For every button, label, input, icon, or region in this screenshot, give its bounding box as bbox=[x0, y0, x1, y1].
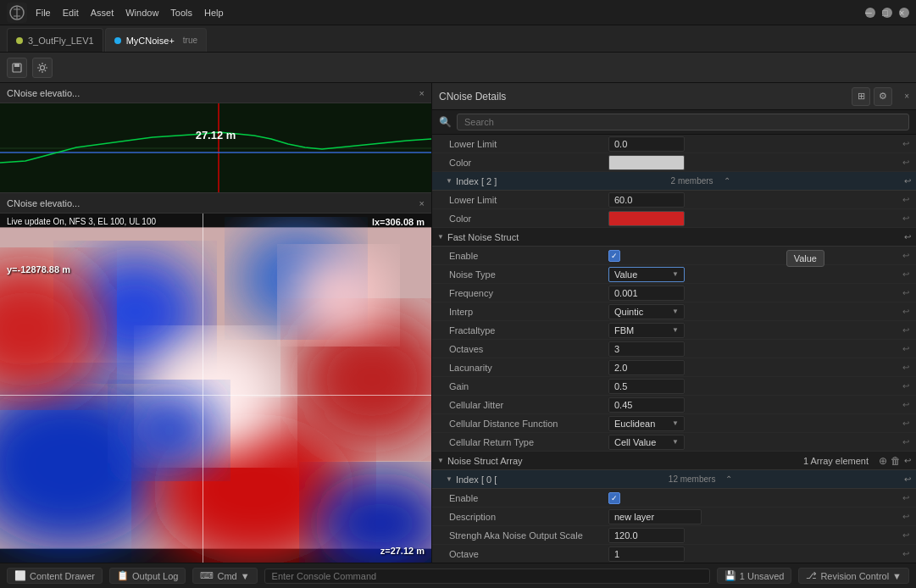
prop-color-prev[interactable] bbox=[608, 155, 685, 170]
prop-dropdown-noise-type[interactable]: Value ▼ bbox=[608, 267, 685, 282]
prop-reset-cell-return-type[interactable]: ↩ bbox=[902, 437, 909, 447]
prop-reset-gain[interactable]: ↩ bbox=[902, 381, 909, 391]
search-input[interactable] bbox=[457, 114, 909, 130]
index2-expand[interactable]: ⌃ bbox=[724, 176, 730, 186]
prop-reset-color-prev[interactable]: ↩ bbox=[902, 158, 909, 167]
prop-reset-color-2[interactable]: ↩ bbox=[902, 214, 909, 223]
maximize-button[interactable]: □ bbox=[882, 8, 892, 18]
svg-point-16 bbox=[287, 252, 389, 337]
prop-label-noise-type: Noise Type bbox=[449, 269, 602, 280]
details-close-btn[interactable]: × bbox=[904, 92, 909, 101]
prop-reset-octaves[interactable]: ↩ bbox=[902, 344, 909, 353]
app-logo bbox=[7, 3, 27, 23]
prop-reset-noise-type[interactable]: ↩ bbox=[902, 269, 909, 279]
prop-reset-description[interactable]: ↩ bbox=[902, 512, 909, 521]
prop-reset-strength[interactable]: ↩ bbox=[902, 530, 909, 540]
revision-arrow: ▼ bbox=[892, 571, 902, 581]
output-log-btn[interactable]: 📋 Output Log bbox=[109, 568, 186, 584]
prop-reset-cellular-jitter[interactable]: ↩ bbox=[902, 400, 909, 409]
noise-array-reset[interactable]: ↩ bbox=[904, 456, 911, 465]
search-icon: 🔍 bbox=[439, 116, 452, 128]
noise-close-btn[interactable]: × bbox=[419, 198, 425, 208]
index0-reset[interactable]: ↩ bbox=[904, 474, 911, 484]
prop-label-cellular-jitter: Cellular Jitter bbox=[449, 400, 602, 410]
prop-dropdown-fractaltype[interactable]: FBM ▼ bbox=[608, 323, 685, 338]
menu-help[interactable]: Help bbox=[204, 8, 224, 18]
prop-dropdown-interp[interactable]: Quintic ▼ bbox=[608, 304, 685, 319]
tab-dot-3outfly bbox=[16, 37, 23, 44]
index2-reset[interactable]: ↩ bbox=[904, 176, 911, 186]
prop-row-lower-limit-2: Lower Limit ↩ bbox=[432, 191, 916, 209]
prop-reset-cell-dist-func[interactable]: ↩ bbox=[902, 419, 909, 428]
prop-input-frequency[interactable] bbox=[608, 286, 685, 301]
window-controls: ─ □ × bbox=[865, 8, 909, 18]
fast-noise-struct-header[interactable]: ▼ Fast Noise Struct ↩ bbox=[432, 228, 916, 247]
tab-3outfly[interactable]: 3_OutFly_LEV1 bbox=[7, 28, 103, 52]
chart-close-btn[interactable]: × bbox=[419, 88, 425, 98]
prop-input-lower-limit-prev[interactable] bbox=[608, 136, 685, 152]
prop-input-octave[interactable] bbox=[608, 546, 685, 562]
prop-input-lacunarity[interactable] bbox=[608, 360, 685, 375]
prop-reset-enable-0[interactable]: ↩ bbox=[902, 493, 909, 502]
index0-header[interactable]: ▼ Index [ 0 [ 12 members ⌃ ↩ bbox=[432, 470, 916, 489]
prop-row-cellular-jitter: Cellular Jitter ↩ bbox=[432, 396, 916, 414]
prop-checkbox-enable-0[interactable]: ✓ bbox=[608, 492, 620, 504]
index2-header[interactable]: ▼ Index [ 2 ] 2 members ⌃ ↩ bbox=[432, 172, 916, 191]
header-icons: ⊞ ⚙ bbox=[852, 87, 892, 106]
prop-checkbox-enable[interactable]: ✓ bbox=[608, 250, 620, 262]
prop-value-description bbox=[608, 509, 896, 524]
cmd-label: Cmd bbox=[217, 571, 236, 581]
prop-dropdown-cell-return-type[interactable]: Cell Value ▼ bbox=[608, 435, 685, 450]
tab-close-mycnoise[interactable]: true bbox=[183, 36, 197, 45]
index0-label: Index [ 0 [ bbox=[456, 474, 497, 485]
prop-reset-interp[interactable]: ↩ bbox=[902, 307, 909, 316]
prop-row-gain: Gain ↩ bbox=[432, 377, 916, 396]
cmd-btn[interactable]: ⌨ Cmd ▼ bbox=[192, 568, 257, 584]
prop-reset-lower-limit-prev[interactable]: ↩ bbox=[902, 139, 909, 148]
prop-row-octaves: Octaves ↩ bbox=[432, 340, 916, 358]
prop-input-strength[interactable] bbox=[608, 528, 685, 543]
menu-asset[interactable]: Asset bbox=[91, 8, 114, 18]
prop-input-description[interactable] bbox=[608, 509, 702, 524]
noise-info-topleft: Live update On, NFS 3, EL 100, UL 100 bbox=[7, 217, 156, 226]
prop-input-lower-limit-2[interactable] bbox=[608, 192, 685, 208]
prop-input-cellular-jitter[interactable] bbox=[608, 397, 685, 413]
unsaved-btn[interactable]: 💾 1 Unsaved bbox=[717, 568, 792, 584]
index0-expand[interactable]: ⌃ bbox=[725, 474, 732, 484]
content-drawer-label: Content Drawer bbox=[30, 571, 95, 581]
prop-input-gain[interactable] bbox=[608, 379, 685, 394]
menu-edit[interactable]: Edit bbox=[63, 8, 79, 18]
noise-panel: CNoise elevatio... × bbox=[0, 193, 431, 563]
prop-dropdown-cell-dist-func[interactable]: Euclidean ▼ bbox=[608, 416, 685, 431]
fast-noise-reset[interactable]: ↩ bbox=[904, 232, 911, 241]
cell-dist-func-arrow: ▼ bbox=[672, 419, 679, 427]
menu-tools[interactable]: Tools bbox=[170, 8, 192, 18]
console-input[interactable] bbox=[264, 569, 710, 584]
settings-btn[interactable]: ⚙ bbox=[874, 87, 892, 106]
prop-input-octaves[interactable] bbox=[608, 341, 685, 357]
menu-file[interactable]: File bbox=[36, 8, 51, 18]
toolbar-settings-btn[interactable] bbox=[32, 58, 53, 78]
layout-btn[interactable]: ⊞ bbox=[852, 87, 870, 106]
prop-reset-octave[interactable]: ↩ bbox=[902, 549, 909, 558]
prop-label-color-2: Color bbox=[449, 214, 602, 224]
minimize-button[interactable]: ─ bbox=[865, 8, 875, 18]
prop-color-2[interactable] bbox=[608, 211, 685, 226]
menu-bar: File Edit Asset Window Tools Help bbox=[36, 8, 224, 18]
prop-row-octave: Octave ↩ bbox=[432, 545, 916, 563]
prop-label-frequency: Frequency bbox=[449, 288, 602, 298]
prop-reset-enable[interactable]: ↩ bbox=[902, 251, 909, 260]
close-button[interactable]: × bbox=[899, 8, 909, 18]
prop-reset-lacunarity[interactable]: ↩ bbox=[902, 363, 909, 372]
revision-control-btn[interactable]: ⎇ Revision Control ▼ bbox=[798, 568, 909, 584]
prop-reset-frequency[interactable]: ↩ bbox=[902, 288, 909, 297]
toolbar-save-btn[interactable] bbox=[7, 58, 27, 78]
content-drawer-btn[interactable]: ⬜ Content Drawer bbox=[7, 568, 103, 584]
prop-reset-lower-limit-2[interactable]: ↩ bbox=[902, 195, 909, 204]
array-delete-btn[interactable]: 🗑 bbox=[891, 455, 901, 467]
prop-value-lower-limit-prev bbox=[608, 136, 896, 152]
array-add-btn[interactable]: ⊕ bbox=[879, 455, 887, 467]
menu-window[interactable]: Window bbox=[125, 8, 158, 18]
tab-mycnoise[interactable]: MyCNoise+ true bbox=[105, 28, 207, 52]
prop-reset-fractaltype[interactable]: ↩ bbox=[902, 325, 909, 335]
